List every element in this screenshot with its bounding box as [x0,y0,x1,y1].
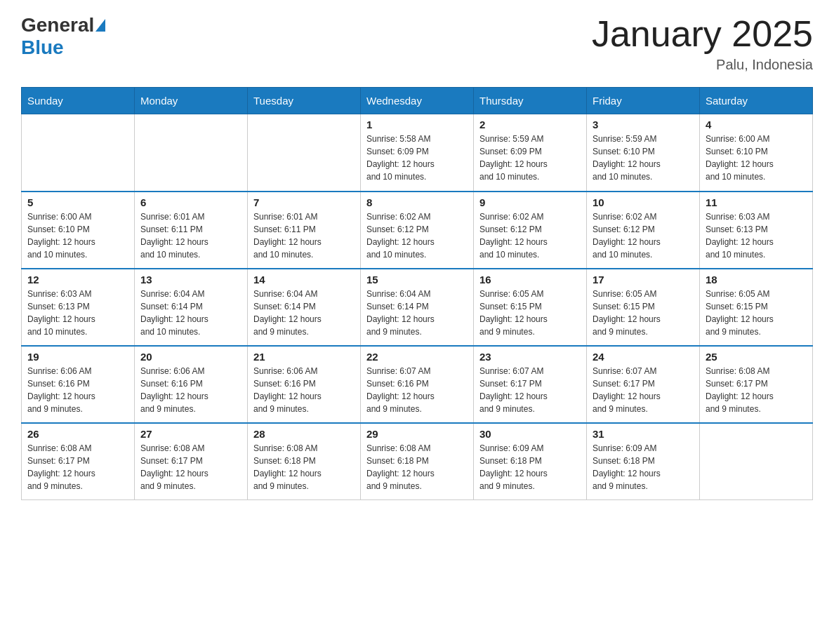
day-info: Sunrise: 6:04 AM Sunset: 6:14 PM Dayligh… [366,288,468,338]
calendar-cell: 13Sunrise: 6:04 AM Sunset: 6:14 PM Dayli… [135,269,248,346]
logo-blue-part [94,19,105,32]
day-number: 27 [140,428,241,440]
day-header-sunday: Sunday [22,88,135,114]
day-info: Sunrise: 6:00 AM Sunset: 6:10 PM Dayligh… [27,210,128,261]
calendar-cell [135,114,248,192]
day-number: 19 [27,351,128,363]
day-info: Sunrise: 6:07 AM Sunset: 6:17 PM Dayligh… [479,365,581,415]
calendar-cell: 2Sunrise: 5:59 AM Sunset: 6:09 PM Daylig… [474,114,587,192]
calendar-week-row: 26Sunrise: 6:08 AM Sunset: 6:17 PM Dayli… [22,423,813,500]
calendar-cell: 27Sunrise: 6:08 AM Sunset: 6:17 PM Dayli… [135,423,248,500]
day-info: Sunrise: 6:01 AM Sunset: 6:11 PM Dayligh… [140,210,241,261]
calendar-cell: 16Sunrise: 6:05 AM Sunset: 6:15 PM Dayli… [474,269,587,346]
calendar-cell: 7Sunrise: 6:01 AM Sunset: 6:11 PM Daylig… [248,192,361,269]
day-info: Sunrise: 6:04 AM Sunset: 6:14 PM Dayligh… [140,288,241,338]
calendar-cell: 22Sunrise: 6:07 AM Sunset: 6:16 PM Dayli… [361,346,474,423]
day-number: 28 [253,428,355,440]
logo: General Blue [21,14,105,59]
day-number: 26 [27,428,128,440]
page-header: General Blue January 2025 Palu, Indonesi… [21,14,813,73]
day-number: 1 [366,119,468,130]
calendar-cell: 19Sunrise: 6:06 AM Sunset: 6:16 PM Dayli… [22,346,135,423]
day-info: Sunrise: 6:07 AM Sunset: 6:16 PM Dayligh… [366,365,468,415]
day-info: Sunrise: 6:05 AM Sunset: 6:15 PM Dayligh… [479,288,581,338]
calendar-cell: 10Sunrise: 6:02 AM Sunset: 6:12 PM Dayli… [587,192,700,269]
day-info: Sunrise: 6:04 AM Sunset: 6:14 PM Dayligh… [253,288,355,338]
day-number: 30 [479,428,581,440]
calendar-cell: 15Sunrise: 6:04 AM Sunset: 6:14 PM Dayli… [361,269,474,346]
calendar-cell: 4Sunrise: 6:00 AM Sunset: 6:10 PM Daylig… [700,114,813,192]
calendar-week-row: 12Sunrise: 6:03 AM Sunset: 6:13 PM Dayli… [22,269,813,346]
calendar-week-row: 1Sunrise: 5:58 AM Sunset: 6:09 PM Daylig… [22,114,813,192]
calendar-subtitle: Palu, Indonesia [592,57,813,73]
day-number: 31 [593,428,694,440]
calendar-week-row: 5Sunrise: 6:00 AM Sunset: 6:10 PM Daylig… [22,192,813,269]
day-number: 14 [253,274,355,286]
logo-blue-text: Blue [21,36,64,59]
day-info: Sunrise: 5:59 AM Sunset: 6:10 PM Dayligh… [593,133,694,183]
day-info: Sunrise: 6:07 AM Sunset: 6:17 PM Dayligh… [593,365,694,415]
day-info: Sunrise: 6:01 AM Sunset: 6:11 PM Dayligh… [253,210,355,261]
day-number: 18 [706,274,807,286]
day-info: Sunrise: 6:02 AM Sunset: 6:12 PM Dayligh… [479,210,581,261]
day-info: Sunrise: 6:00 AM Sunset: 6:10 PM Dayligh… [706,133,807,183]
day-info: Sunrise: 6:06 AM Sunset: 6:16 PM Dayligh… [140,365,241,415]
day-info: Sunrise: 6:08 AM Sunset: 6:18 PM Dayligh… [253,442,355,492]
day-info: Sunrise: 6:02 AM Sunset: 6:12 PM Dayligh… [593,210,694,261]
calendar-cell [22,114,135,192]
calendar-cell: 30Sunrise: 6:09 AM Sunset: 6:18 PM Dayli… [474,423,587,500]
day-number: 16 [479,274,581,286]
day-number: 23 [479,351,581,363]
day-number: 25 [706,351,807,363]
calendar-cell: 11Sunrise: 6:03 AM Sunset: 6:13 PM Dayli… [700,192,813,269]
day-header-tuesday: Tuesday [248,88,361,114]
calendar-cell: 23Sunrise: 6:07 AM Sunset: 6:17 PM Dayli… [474,346,587,423]
day-info: Sunrise: 6:03 AM Sunset: 6:13 PM Dayligh… [27,288,128,338]
day-number: 6 [140,196,241,208]
calendar-cell: 1Sunrise: 5:58 AM Sunset: 6:09 PM Daylig… [361,114,474,192]
day-number: 29 [366,428,468,440]
day-number: 9 [479,196,581,208]
day-number: 11 [706,196,807,208]
day-info: Sunrise: 5:58 AM Sunset: 6:09 PM Dayligh… [366,133,468,183]
day-info: Sunrise: 6:08 AM Sunset: 6:17 PM Dayligh… [140,442,241,492]
day-number: 20 [140,351,241,363]
day-number: 15 [366,274,468,286]
calendar-cell: 31Sunrise: 6:09 AM Sunset: 6:18 PM Dayli… [587,423,700,500]
day-info: Sunrise: 6:08 AM Sunset: 6:17 PM Dayligh… [27,442,128,492]
calendar-cell: 9Sunrise: 6:02 AM Sunset: 6:12 PM Daylig… [474,192,587,269]
day-info: Sunrise: 6:08 AM Sunset: 6:17 PM Dayligh… [706,365,807,415]
calendar-cell: 17Sunrise: 6:05 AM Sunset: 6:15 PM Dayli… [587,269,700,346]
day-info: Sunrise: 6:06 AM Sunset: 6:16 PM Dayligh… [27,365,128,415]
day-number: 2 [479,119,581,130]
day-number: 8 [366,196,468,208]
day-number: 3 [593,119,694,130]
calendar-cell: 14Sunrise: 6:04 AM Sunset: 6:14 PM Dayli… [248,269,361,346]
calendar-cell [700,423,813,500]
day-number: 7 [253,196,355,208]
calendar-cell [248,114,361,192]
day-number: 24 [593,351,694,363]
day-number: 5 [27,196,128,208]
day-number: 17 [593,274,694,286]
day-header-monday: Monday [135,88,248,114]
calendar-cell: 29Sunrise: 6:08 AM Sunset: 6:18 PM Dayli… [361,423,474,500]
day-number: 10 [593,196,694,208]
logo-arrow-icon [95,19,105,32]
day-number: 12 [27,274,128,286]
day-info: Sunrise: 6:05 AM Sunset: 6:15 PM Dayligh… [706,288,807,338]
calendar-cell: 24Sunrise: 6:07 AM Sunset: 6:17 PM Dayli… [587,346,700,423]
calendar-cell: 3Sunrise: 5:59 AM Sunset: 6:10 PM Daylig… [587,114,700,192]
day-number: 4 [706,119,807,130]
day-number: 13 [140,274,241,286]
calendar-cell: 28Sunrise: 6:08 AM Sunset: 6:18 PM Dayli… [248,423,361,500]
calendar-cell: 8Sunrise: 6:02 AM Sunset: 6:12 PM Daylig… [361,192,474,269]
day-header-saturday: Saturday [700,88,813,114]
day-header-friday: Friday [587,88,700,114]
day-info: Sunrise: 6:09 AM Sunset: 6:18 PM Dayligh… [479,442,581,492]
calendar-cell: 12Sunrise: 6:03 AM Sunset: 6:13 PM Dayli… [22,269,135,346]
day-number: 21 [253,351,355,363]
calendar-table: SundayMondayTuesdayWednesdayThursdayFrid… [21,87,813,500]
day-info: Sunrise: 6:02 AM Sunset: 6:12 PM Dayligh… [366,210,468,261]
calendar-cell: 5Sunrise: 6:00 AM Sunset: 6:10 PM Daylig… [22,192,135,269]
